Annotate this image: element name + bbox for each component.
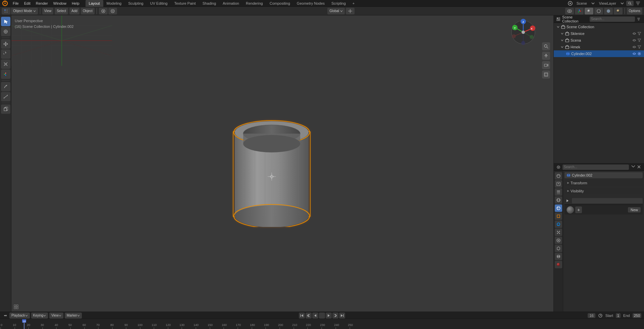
tool-annotate[interactable] xyxy=(1,82,10,91)
viewport-3d[interactable]: User Perspective (16) Scene Collection |… xyxy=(11,15,553,312)
prop-section-transform-header[interactable]: Transform xyxy=(565,180,643,186)
prop-tab-output[interactable] xyxy=(555,180,562,188)
cylinder-3d-object xyxy=(218,99,325,228)
svg-line-98 xyxy=(547,47,548,49)
view-dropdown[interactable]: View xyxy=(49,313,63,319)
overlay-icon[interactable] xyxy=(565,8,574,14)
jump-end-btn[interactable] xyxy=(339,313,345,319)
start-frame-input[interactable]: 1 xyxy=(616,313,621,318)
options-btn[interactable]: Options xyxy=(627,8,642,14)
view-menu[interactable]: View xyxy=(42,8,54,14)
tool-select[interactable] xyxy=(1,17,10,26)
nav-perspective[interactable] xyxy=(542,70,550,79)
tab-layout[interactable]: Layout xyxy=(86,0,103,7)
transform-icon[interactable] xyxy=(346,8,355,14)
proportional-icon[interactable] xyxy=(108,8,117,14)
viewport-type-icon[interactable] xyxy=(2,8,10,14)
add-menu[interactable]: Add xyxy=(69,8,79,14)
outliner-item-scena[interactable]: Scena xyxy=(554,37,644,44)
timeline-ruler[interactable]: 0 10 20 30 40 50 60 70 80 90 1 xyxy=(0,319,644,329)
gizmo-icon[interactable] xyxy=(575,8,584,14)
select-menu[interactable]: Select xyxy=(55,8,68,14)
jump-start-btn[interactable] xyxy=(299,313,305,319)
step-back-btn[interactable] xyxy=(312,313,318,319)
outliner-item-sklenice[interactable]: Sklenice xyxy=(554,30,644,37)
outliner-item-hmek[interactable]: Hmek xyxy=(554,44,644,50)
tab-shading[interactable]: Shading xyxy=(199,0,219,7)
tab-texture-paint[interactable]: Texture Paint xyxy=(171,0,199,7)
nav-pan[interactable] xyxy=(542,52,550,60)
outliner-search[interactable] xyxy=(590,16,635,22)
tool-rotate[interactable] xyxy=(1,49,10,59)
tab-compositing[interactable]: Compositing xyxy=(266,0,293,7)
object-mode-selector[interactable]: Object Mode xyxy=(11,8,38,14)
menu-file[interactable]: File xyxy=(10,0,21,7)
prop-tab-physics[interactable] xyxy=(555,237,562,244)
marker-dropdown[interactable]: Marker xyxy=(65,313,82,319)
menu-edit[interactable]: Edit xyxy=(21,0,33,7)
svg-rect-108 xyxy=(16,307,18,309)
shading-render[interactable] xyxy=(614,8,623,14)
prop-tab-render[interactable] xyxy=(555,172,562,180)
shading-wire[interactable] xyxy=(594,8,603,14)
tab-scripting[interactable]: Scripting xyxy=(328,0,349,7)
tool-transform[interactable] xyxy=(1,69,10,79)
tab-modeling[interactable]: Modeling xyxy=(103,0,125,7)
prop-tab-scene[interactable] xyxy=(555,196,562,204)
svg-point-157 xyxy=(557,255,560,256)
tab-uv-editing[interactable]: UV Editing xyxy=(147,0,171,7)
properties-search[interactable] xyxy=(562,164,629,170)
tab-geometry-nodes[interactable]: Geometry Nodes xyxy=(293,0,328,7)
prop-tab-world[interactable] xyxy=(555,204,562,212)
transform-global[interactable]: Global xyxy=(327,8,345,14)
material-add-btn[interactable]: + xyxy=(575,206,582,213)
viewport-icon-1[interactable] xyxy=(13,303,19,310)
prop-tab-constraints[interactable] xyxy=(555,245,562,252)
svg-point-149 xyxy=(557,233,558,234)
nav-camera[interactable] xyxy=(542,61,550,69)
prop-tab-particles[interactable] xyxy=(555,229,562,236)
prop-tab-object[interactable] xyxy=(555,213,562,220)
tool-add-cube[interactable] xyxy=(1,104,10,114)
shading-solid[interactable] xyxy=(585,8,593,14)
svg-point-28 xyxy=(616,9,620,13)
playback-dropdown[interactable]: Playback xyxy=(9,313,30,319)
prop-tab-material[interactable] xyxy=(555,261,562,268)
outliner-filter-btn[interactable] xyxy=(636,16,641,22)
prop-tab-modifier[interactable] xyxy=(555,221,562,228)
tool-move[interactable] xyxy=(1,39,10,49)
record-btn[interactable] xyxy=(319,313,325,319)
modifier-play-btn[interactable] xyxy=(565,198,571,204)
keying-dropdown[interactable]: Keying xyxy=(31,313,48,319)
tool-scale[interactable] xyxy=(1,59,10,69)
tab-add-workspace[interactable]: + xyxy=(349,0,358,7)
tab-sculpting[interactable]: Sculpting xyxy=(125,0,147,7)
nav-zoom[interactable] xyxy=(542,42,550,50)
prop-section-visibility-header[interactable]: Visibility xyxy=(565,188,643,194)
snap-icon[interactable] xyxy=(99,8,108,14)
tool-measure[interactable] xyxy=(1,92,10,101)
tab-animation[interactable]: Animation xyxy=(219,0,243,7)
properties-close-btn[interactable] xyxy=(637,164,641,170)
prop-tab-viewlayer[interactable] xyxy=(555,188,562,196)
search-button[interactable] xyxy=(626,1,634,6)
tab-rendering[interactable]: Rendering xyxy=(243,0,266,7)
outliner-scene-collection[interactable]: Scene Collection xyxy=(554,23,644,30)
prop-tab-data[interactable] xyxy=(555,253,562,260)
menu-render[interactable]: Render xyxy=(33,0,51,7)
play-btn[interactable] xyxy=(326,313,332,319)
viewlayer-label: ViewLayer xyxy=(597,1,618,5)
material-new-btn[interactable]: New xyxy=(628,207,641,213)
menu-help[interactable]: Help xyxy=(69,0,82,7)
object-menu[interactable]: Object xyxy=(81,8,95,14)
tool-cursor[interactable] xyxy=(1,27,10,36)
modifier-track[interactable] xyxy=(572,198,643,203)
viewport-gizmo[interactable]: X Y Z xyxy=(510,19,537,46)
shading-material[interactable] xyxy=(604,8,613,14)
end-frame-input[interactable]: 250 xyxy=(633,313,641,318)
next-frame-btn[interactable] xyxy=(332,313,338,319)
menu-window[interactable]: Window xyxy=(51,0,69,7)
prev-keyframe-btn[interactable] xyxy=(306,313,312,319)
outliner-item-cylinder002[interactable]: Cylinder.002 xyxy=(554,50,644,57)
properties-filter-btn[interactable] xyxy=(631,164,636,170)
